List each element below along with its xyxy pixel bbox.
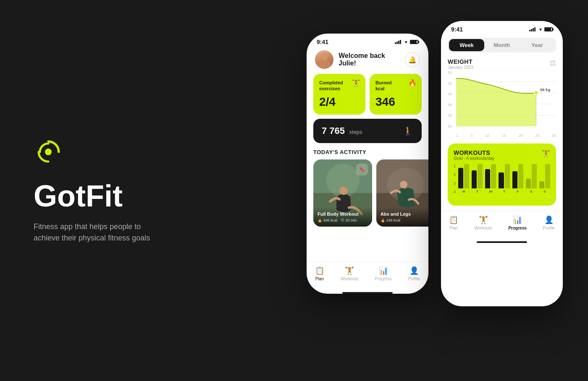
branding-section: GotFit Fitness app that helps people to … xyxy=(34,137,168,244)
wifi-icon-2: ▼ xyxy=(538,27,543,32)
nav2-plan-label: Plan xyxy=(449,226,458,230)
status-icons-1: ▼ xyxy=(395,40,418,44)
bottom-nav-2: 📋 Plan 🏋 Workouts 📊 Progress 👤 Profile xyxy=(441,211,563,239)
status-time-2: 9:41 xyxy=(451,26,463,33)
nav-workouts[interactable]: 🏋 Workouts xyxy=(341,266,358,281)
bar-group-t2: T xyxy=(499,164,509,193)
status-bar-2: 9:41 ▼ xyxy=(441,21,563,34)
progress-icon-2: 📊 xyxy=(513,215,522,224)
bar-group-w: W xyxy=(485,164,496,193)
svg-point-1 xyxy=(46,150,50,154)
scale-icon: ⚖ xyxy=(549,58,556,68)
bar-group-m: M xyxy=(458,164,469,193)
steps-value: 7 765 xyxy=(322,125,345,136)
chart-x-labels: 1 5 10 15 20 25 30 xyxy=(456,133,556,138)
weight-title: WEIGHT xyxy=(448,58,473,65)
weight-chart: 60 58 56 54 52 50 xyxy=(448,70,556,138)
nav-progress-label: Progress xyxy=(375,277,392,281)
nav-workouts-label: Workouts xyxy=(341,277,358,281)
profile-icon: 👤 xyxy=(410,266,419,275)
phones-container: 9:41 ▼ xyxy=(307,21,563,306)
avatar xyxy=(315,50,333,69)
nav-profile-label: Profile xyxy=(408,277,420,281)
burned-value: 346 xyxy=(375,95,416,109)
fire-icon: 🔥 xyxy=(408,79,417,87)
nav2-workouts[interactable]: 🏋 Workouts xyxy=(475,215,492,230)
activity-card-1[interactable]: 🔖 Full Body Workout 🔥 346 kcal ⏱ 20 min xyxy=(313,159,372,227)
card-title-2: Abs and Legs xyxy=(381,211,428,217)
activity-scroll: 🔖 Full Body Workout 🔥 346 kcal ⏱ 20 min xyxy=(307,159,428,227)
workouts-icon: 🏋 xyxy=(345,266,354,275)
workouts-subtitle: Goal - 4 workouts/day xyxy=(454,156,494,161)
app-title: GotFit xyxy=(34,181,168,211)
signal-icon-2 xyxy=(529,27,536,31)
svg-point-5 xyxy=(339,187,348,195)
chart-y-labels: 60 58 56 54 52 50 xyxy=(448,70,452,129)
activity-section-title: TODAY'S ACTIVITY xyxy=(307,149,428,159)
progress-icon: 📊 xyxy=(379,266,388,275)
workout-dumbbell-icon: 🏋 xyxy=(542,149,550,157)
workouts-icon-2: 🏋 xyxy=(479,215,488,224)
signal-icon-1 xyxy=(395,40,401,44)
workouts-title: WORKOUTS xyxy=(454,149,494,156)
period-month-button[interactable]: Month xyxy=(484,39,520,51)
exercise-icon: 🏋 xyxy=(352,79,360,87)
nav-progress[interactable]: 📊 Progress xyxy=(375,266,392,281)
svg-point-17 xyxy=(534,91,538,95)
app-tagline: Fitness app that helps people to achieve… xyxy=(34,221,168,244)
bar-chart-area: M T xyxy=(458,164,550,200)
period-week-button[interactable]: Week xyxy=(449,39,484,51)
nav2-profile[interactable]: 👤 Profile xyxy=(543,215,554,230)
nav-plan[interactable]: 📋 Plan xyxy=(315,266,324,281)
phone-2-screen: 9:41 ▼ Week Month xyxy=(441,21,563,306)
profile-icon-2: 👤 xyxy=(544,215,554,224)
bar-group-s1: S xyxy=(526,164,537,193)
weight-chart-svg: 56 kg xyxy=(456,70,556,126)
bar-group-f: F xyxy=(512,164,523,193)
nav2-workouts-label: Workouts xyxy=(475,226,492,230)
bar-chart-bars: M T xyxy=(458,164,550,193)
phone-1-screen: 9:41 ▼ xyxy=(307,34,428,294)
card-title-1: Full Body Workout xyxy=(318,211,368,217)
walking-icon: 🚶 xyxy=(403,126,413,136)
nav-plan-label: Plan xyxy=(315,277,324,281)
status-icons-2: ▼ xyxy=(529,27,553,32)
bottom-nav-1: 📋 Plan 🏋 Workouts 📊 Progress 👤 Profile xyxy=(307,261,428,290)
wifi-icon-1: ▼ xyxy=(404,40,408,44)
status-time-1: 9:41 xyxy=(317,39,328,45)
stats-row: 🏋 Completedexercises 2/4 🔥 Burnedkcal 34… xyxy=(307,74,428,115)
bar-group-t1: T xyxy=(472,164,483,193)
weight-section: WEIGHT January 2023 ⚖ 60 58 56 54 52 50 xyxy=(441,58,563,138)
nav2-plan[interactable]: 📋 Plan xyxy=(449,215,458,230)
workouts-section: WORKOUTS Goal - 4 workouts/day 🏋 4 3 2 1 xyxy=(448,144,556,206)
burned-kcal-card[interactable]: 🔥 Burnedkcal 346 xyxy=(370,74,422,115)
bar-chart-container: 4 3 2 1 M xyxy=(454,164,550,200)
nav2-progress-label: Progress xyxy=(508,226,526,230)
phone-header: Welcome back Julie! 🔔 xyxy=(307,47,428,74)
period-year-button[interactable]: Year xyxy=(520,39,555,51)
plan-icon: 📋 xyxy=(315,266,324,275)
bar-group-s2: S xyxy=(539,164,550,193)
nav-profile[interactable]: 👤 Profile xyxy=(408,266,420,281)
bar-y-labels: 4 3 2 1 xyxy=(454,164,456,200)
notification-bell-button[interactable]: 🔔 xyxy=(405,52,420,67)
phone-2: 9:41 ▼ Week Month xyxy=(441,21,563,306)
completed-exercises-card[interactable]: 🏋 Completedexercises 2/4 xyxy=(313,74,365,115)
status-bar-1: 9:41 ▼ xyxy=(307,34,428,47)
home-indicator-2 xyxy=(477,241,527,243)
nav2-progress[interactable]: 📊 Progress xyxy=(508,215,526,230)
app-logo-icon xyxy=(34,137,63,167)
steps-label: steps xyxy=(349,129,362,135)
bell-icon: 🔔 xyxy=(408,56,417,64)
bookmark-icon-1[interactable]: 🔖 xyxy=(356,164,368,175)
plan-icon-2: 📋 xyxy=(449,215,458,224)
card-stats-2: 🔥 248 kcal xyxy=(381,218,428,222)
battery-icon-1 xyxy=(410,40,418,44)
activity-card-2[interactable]: Abs and Legs 🔥 248 kcal xyxy=(376,159,428,227)
steps-card[interactable]: 7 765 steps 🚶 xyxy=(313,119,422,143)
home-indicator-1 xyxy=(342,292,393,294)
svg-text:56 kg: 56 kg xyxy=(540,87,550,92)
welcome-text: Welcome back Julie! xyxy=(339,52,400,67)
phone-1: 9:41 ▼ xyxy=(307,34,428,294)
battery-icon-2 xyxy=(544,27,553,31)
